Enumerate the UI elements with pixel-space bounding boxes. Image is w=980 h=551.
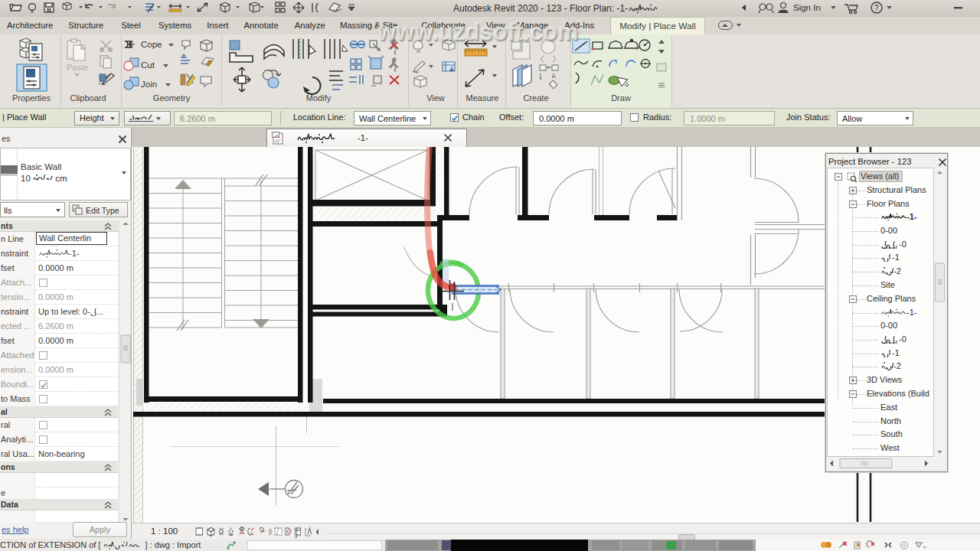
svg-text:9: 9 [269, 527, 273, 537]
svg-text:Cut: Cut [141, 60, 155, 70]
svg-text:Join: Join [141, 80, 157, 89]
svg-text:Paste: Paste [67, 63, 88, 72]
svg-text:Cope: Cope [141, 40, 162, 49]
svg-text:Sign In: Sign In [793, 3, 821, 12]
svg-text:?: ? [874, 4, 879, 12]
